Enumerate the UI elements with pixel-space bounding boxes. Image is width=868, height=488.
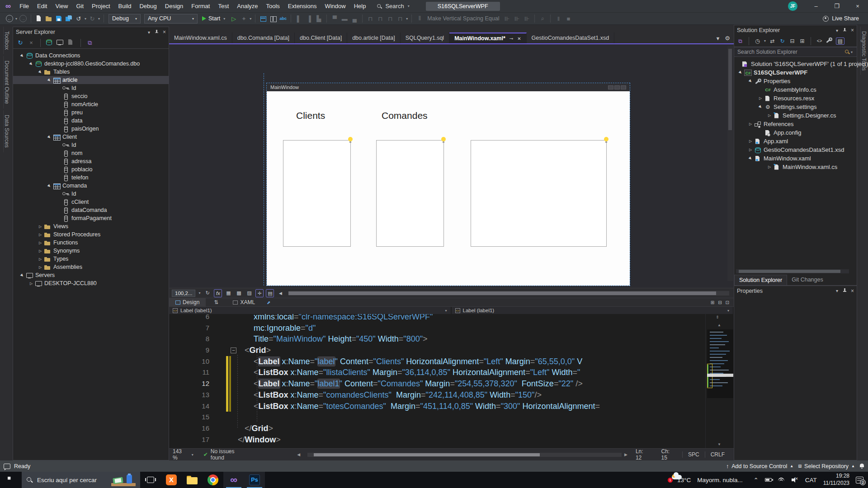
scroll-left-icon[interactable]: ◀ bbox=[297, 452, 300, 457]
show-grid-icon[interactable]: ▦ bbox=[224, 290, 232, 296]
solution-item-solution-s16sqlserverwpf-1-of-1-project[interactable]: Solution 'S16SQLServerWPF' (1 of 1 proje… bbox=[734, 60, 857, 68]
server-item-tables[interactable]: ▶Tables bbox=[13, 68, 169, 76]
solution-horizontal-scrollbar[interactable] bbox=[736, 269, 849, 273]
menu-view[interactable]: View bbox=[51, 0, 72, 13]
chevron-down-icon[interactable]: ▾ bbox=[836, 288, 838, 293]
chevron-down-icon[interactable]: ▾ bbox=[836, 28, 838, 33]
swap-panes-icon[interactable]: ⇅ bbox=[214, 299, 218, 305]
server-item-adressa[interactable]: adressa bbox=[13, 157, 169, 165]
solution-item-settings-settings[interactable]: ▶⚙Settings.settings bbox=[734, 103, 857, 111]
listbox-llistaClients[interactable] bbox=[283, 140, 351, 247]
package-manager-icon[interactable] bbox=[259, 15, 267, 22]
solution-item-properties[interactable]: ▶Properties bbox=[734, 77, 857, 85]
menu-edit[interactable]: Edit bbox=[33, 0, 51, 13]
solution-item-assemblyinfo-cs[interactable]: C#AssemblyInfo.cs bbox=[734, 85, 857, 94]
server-item-paisorigen[interactable]: paisOrigen bbox=[13, 125, 169, 133]
menu-build[interactable]: Build bbox=[114, 0, 136, 13]
server-item-cclient[interactable]: cClient bbox=[13, 198, 169, 206]
menu-debug[interactable]: Debug bbox=[135, 0, 160, 13]
close-button[interactable]: × bbox=[847, 0, 868, 12]
speaker-muted-icon[interactable] bbox=[792, 477, 799, 483]
snap-to-snaplines-icon[interactable]: ✛ bbox=[255, 289, 264, 297]
solution-item-references[interactable]: ▷References bbox=[734, 120, 857, 128]
xaml-code-editor[interactable]: 6 xmlns:local="clr-namespace:S16SQLServe… bbox=[169, 314, 734, 448]
zoom-icon[interactable]: ⌕ bbox=[538, 14, 547, 23]
align-tops-icon[interactable]: ▀ bbox=[330, 14, 339, 23]
code-line-9[interactable]: 9– <Grid> bbox=[169, 345, 705, 356]
tab-sqlquery1-sql[interactable]: SQLQuery1.sql bbox=[401, 33, 449, 43]
solution-item-resources-resx[interactable]: ▷Resources.resx bbox=[734, 94, 857, 103]
weather-description[interactable]: Mayorm. nubla... bbox=[697, 477, 743, 483]
server-item-functions[interactable]: ▷Functions bbox=[13, 239, 169, 247]
editor-scrollbar-map[interactable]: ⇕ ▲ ▼ bbox=[705, 314, 734, 448]
lightbulb-icon[interactable] bbox=[441, 137, 446, 141]
align-rights-icon[interactable]: ▙ bbox=[314, 14, 323, 23]
tab-mainwindow-xaml[interactable]: MainWindow.xaml*⊸✕ bbox=[449, 33, 526, 43]
user-avatar[interactable]: JF bbox=[788, 1, 797, 11]
server-item-desktop-jccl880[interactable]: ▷DESKTOP-JCCL880 bbox=[13, 279, 169, 287]
chevron-down-icon[interactable]: ▾ bbox=[764, 39, 766, 43]
menu-test[interactable]: Test bbox=[214, 0, 233, 13]
live-share-button[interactable]: Live Share bbox=[820, 15, 862, 22]
solution-name-box[interactable]: S16SQLServerWPF bbox=[426, 2, 500, 11]
label-comandes[interactable]: Comandes bbox=[382, 110, 428, 121]
menu-project[interactable]: Project bbox=[88, 0, 114, 13]
code-line-17[interactable]: 17 </Window> bbox=[169, 434, 705, 446]
feedback-icon[interactable] bbox=[4, 464, 10, 469]
connect-to-database-icon[interactable] bbox=[45, 39, 54, 47]
vertical-split-icon[interactable]: ⊞ bbox=[711, 300, 714, 305]
stop-refresh-icon[interactable]: × bbox=[27, 39, 36, 46]
tab-mainwindow-xaml-cs[interactable]: MainWindow.xaml.cs bbox=[169, 33, 232, 43]
tab-dbo-article-data[interactable]: dbo.article [Data] bbox=[347, 33, 401, 43]
space-mode-indicator[interactable]: SPC bbox=[682, 451, 705, 458]
tab-dbo-comanda-data[interactable]: dbo.Comanda [Data] bbox=[232, 33, 295, 43]
server-item-seccio[interactable]: seccio bbox=[13, 92, 169, 100]
new-project-icon[interactable] bbox=[35, 15, 42, 22]
solution-item-settings-designer-cs[interactable]: ▷Settings.Designer.cs bbox=[734, 111, 857, 120]
snap-grid-icon[interactable]: ▩ bbox=[235, 290, 243, 296]
taskbar-chrome-button[interactable] bbox=[203, 472, 223, 488]
properties-window-icon[interactable]: ⊞ bbox=[798, 38, 807, 44]
effects-toggle-icon[interactable]: fx bbox=[214, 289, 222, 297]
refresh-icon[interactable]: ↻ bbox=[16, 39, 25, 46]
server-item-preu[interactable]: preu bbox=[13, 108, 169, 117]
chevron-down-icon[interactable]: ▾ bbox=[148, 30, 150, 35]
start-button[interactable] bbox=[0, 472, 22, 488]
line-ending-indicator[interactable]: CRLF bbox=[705, 451, 730, 458]
add-to-source-control-button[interactable]: ↑ Add to Source Control ▲ bbox=[726, 463, 793, 469]
sql-object-explorer-icon[interactable]: ⧉ bbox=[85, 39, 94, 47]
label-clients[interactable]: Clients bbox=[296, 110, 325, 121]
profiler-icon[interactable]: ✦ bbox=[239, 14, 248, 23]
design-canvas[interactable]: Clients Comandes bbox=[267, 91, 630, 286]
collapse-pane-icon[interactable]: ⊡ bbox=[726, 300, 729, 305]
server-item-assemblies[interactable]: ▷Assemblies bbox=[13, 263, 169, 271]
start-without-debug-icon[interactable]: ▷ bbox=[229, 14, 238, 23]
increase-spacing-icon[interactable]: ⊪ bbox=[502, 14, 511, 23]
menu-extensions[interactable]: Extensions bbox=[284, 0, 321, 13]
sync-with-active-document-icon[interactable]: ⇄ bbox=[768, 38, 777, 44]
snapline-icon[interactable]: ▨ bbox=[245, 290, 253, 296]
fold-collapse-icon[interactable]: – bbox=[231, 347, 236, 353]
action-center-icon[interactable]: 2 bbox=[856, 477, 863, 483]
tab-list-chevron-icon[interactable]: ▼ bbox=[715, 36, 720, 41]
start-debug-button[interactable]: Start▾ bbox=[199, 15, 229, 22]
taskbar-clock[interactable]: 19:28 11/11/2023 bbox=[823, 473, 849, 487]
solution-item-gestiocomandesdataset1-xsd[interactable]: ▷GestioComandesDataSet1.xsd bbox=[734, 145, 857, 154]
next-bookmark-icon[interactable]: ⊓ bbox=[386, 14, 395, 23]
design-artboard[interactable]: MainWindow Clients Comandes bbox=[267, 83, 630, 286]
design-view-tab[interactable]: Design bbox=[169, 298, 206, 306]
solution-item-mainwindow-xaml[interactable]: ▶MainWindow.xaml bbox=[734, 154, 857, 163]
scroll-up-icon[interactable]: ▲ bbox=[717, 323, 721, 327]
code-line-8[interactable]: 8 Title="MainWindow" Height="450" Width=… bbox=[169, 333, 705, 345]
maximize-button[interactable]: ❐ bbox=[826, 0, 847, 12]
debug-config-dropdown[interactable]: Debug▾ bbox=[108, 14, 141, 23]
keyboard-language[interactable]: CAT bbox=[805, 477, 817, 483]
panel-tab-solution-explorer[interactable]: Solution Explorer bbox=[734, 275, 787, 285]
quick-search[interactable]: Search ▾ bbox=[376, 3, 410, 9]
solution-item-s16sqlserverwpf[interactable]: ▶C#S16SQLServerWPF bbox=[734, 68, 857, 77]
server-item-poblacio[interactable]: poblacio bbox=[13, 165, 169, 174]
nav-forward-icon[interactable]: → bbox=[19, 15, 27, 22]
taskbar-file-explorer-button[interactable] bbox=[182, 472, 203, 488]
clear-bookmarks-icon[interactable]: ⊓ bbox=[396, 14, 405, 23]
server-item-stored-procedures[interactable]: ▷Stored Procedures bbox=[13, 230, 169, 239]
